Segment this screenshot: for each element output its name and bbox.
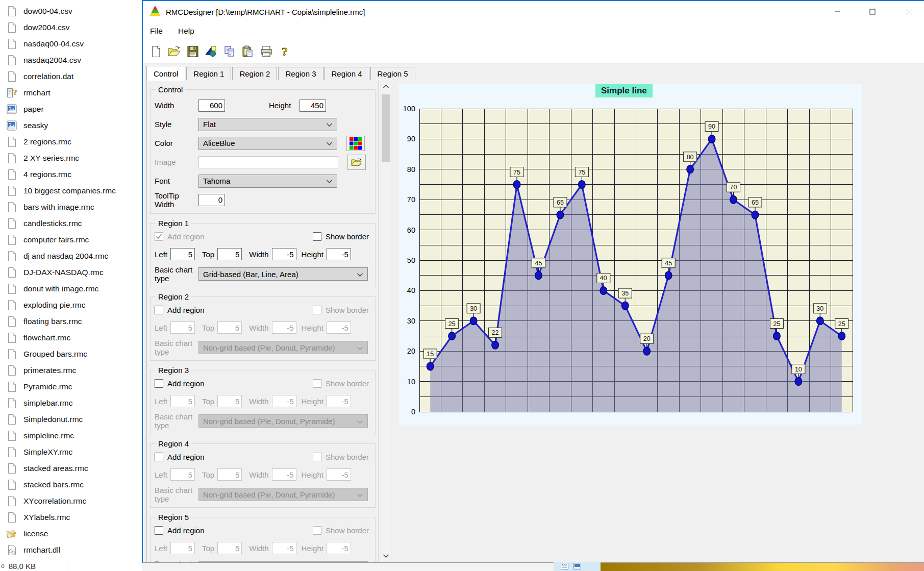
show-border-checkbox[interactable] <box>313 526 321 535</box>
region-left-input[interactable] <box>170 542 195 554</box>
region-top-input[interactable] <box>217 248 242 260</box>
region-left-input[interactable] <box>170 248 195 260</box>
show-border-checkbox[interactable] <box>313 379 321 388</box>
region-height-input[interactable] <box>327 542 351 554</box>
region-width-input[interactable] <box>272 395 296 407</box>
file-item[interactable]: bars with image.rmc <box>0 199 139 215</box>
show-border-checkbox[interactable] <box>313 306 321 314</box>
file-item[interactable]: paper <box>0 101 139 117</box>
file-item[interactable]: Grouped bars.rmc <box>0 346 139 362</box>
add-region-checkbox[interactable] <box>155 379 163 388</box>
file-item[interactable]: 4 regions.rmc <box>0 166 139 183</box>
region-top-input[interactable] <box>217 395 242 407</box>
file-item[interactable]: stacked areas.rmc <box>0 460 139 477</box>
file-item[interactable]: Pyramide.rmc <box>0 379 139 395</box>
save-file-button[interactable] <box>184 42 202 61</box>
scroll-up-arrow-icon[interactable] <box>381 82 391 90</box>
region-width-input[interactable] <box>272 542 296 554</box>
scrollbar-thumb[interactable] <box>382 94 390 162</box>
font-dropdown[interactable]: Tahoma <box>198 175 337 188</box>
file-item[interactable]: XYcorrelation.rmc <box>0 493 139 509</box>
control-height-input[interactable] <box>299 100 326 112</box>
panel-scrollbar[interactable] <box>381 80 391 563</box>
file-item[interactable]: SimpleXY.rmc <box>0 444 139 460</box>
color-dropdown[interactable]: AliceBlue <box>198 137 337 150</box>
file-item[interactable]: stacked bars.rmc <box>0 477 139 493</box>
new-file-button[interactable] <box>147 42 165 61</box>
tab-region-2[interactable]: Region 2 <box>232 67 277 80</box>
file-item[interactable]: dow00-04.csv <box>0 3 139 19</box>
basic-chart-type-dropdown[interactable]: Grid-based (Bar, Line, Area) <box>198 267 368 281</box>
control-width-input[interactable] <box>198 100 225 112</box>
region-height-input[interactable] <box>327 248 351 260</box>
close-button[interactable] <box>893 1 924 22</box>
color-palette-button[interactable] <box>346 136 365 151</box>
print-button[interactable] <box>257 42 276 61</box>
paste-button[interactable] <box>239 42 257 61</box>
open-file-button[interactable] <box>165 42 184 61</box>
file-item[interactable]: primerates.rmc <box>0 362 139 379</box>
basic-chart-type-dropdown[interactable]: Non-grid based (Pie, Donut, Pyramide) <box>198 414 368 428</box>
maximize-button[interactable] <box>857 1 888 22</box>
add-region-checkbox[interactable] <box>155 526 163 535</box>
menu-item-help[interactable]: Help <box>178 27 194 36</box>
tray-image-icon[interactable] <box>573 562 581 571</box>
style-dropdown[interactable]: Flat <box>198 118 337 131</box>
region-left-input[interactable] <box>170 395 195 407</box>
add-region-checkbox[interactable] <box>155 232 163 241</box>
tab-region-5[interactable]: Region 5 <box>370 67 415 80</box>
region-top-input[interactable] <box>217 321 242 334</box>
tab-control[interactable]: Control <box>146 66 185 81</box>
file-item[interactable]: dow2004.csv <box>0 19 139 36</box>
file-item[interactable]: floating bars.rmc <box>0 313 139 330</box>
taskbar-icons[interactable] <box>554 562 601 571</box>
add-region-checkbox[interactable] <box>155 306 163 314</box>
file-item[interactable]: license <box>0 526 139 542</box>
region-width-input[interactable] <box>272 468 296 481</box>
region-top-input[interactable] <box>217 542 242 554</box>
region-height-input[interactable] <box>327 395 351 407</box>
add-region-checkbox[interactable] <box>155 453 163 461</box>
file-item[interactable]: XYlabels.rmc <box>0 509 139 526</box>
region-height-input[interactable] <box>327 321 351 334</box>
file-item[interactable]: flowchart.rmc <box>0 330 139 346</box>
tray-window-icon[interactable] <box>561 562 568 571</box>
browse-folder-button[interactable] <box>347 155 366 170</box>
file-item[interactable]: simpleline.rmc <box>0 428 139 444</box>
file-item[interactable]: nasdaq2004.csv <box>0 52 139 68</box>
region-height-input[interactable] <box>327 468 351 481</box>
region-left-input[interactable] <box>170 321 195 334</box>
image-path-input[interactable] <box>198 156 338 168</box>
show-border-checkbox[interactable] <box>313 453 321 461</box>
tab-region-4[interactable]: Region 4 <box>324 67 369 80</box>
file-item[interactable]: 2 regions.rmc <box>0 134 139 150</box>
file-item[interactable]: seasky <box>0 117 139 134</box>
menu-item-file[interactable]: File <box>150 27 163 36</box>
region-width-input[interactable] <box>272 248 296 260</box>
chart-shapes-button[interactable] <box>202 42 220 61</box>
tab-region-3[interactable]: Region 3 <box>278 67 323 80</box>
basic-chart-type-dropdown[interactable]: Non-grid based (Pie, Donut, Pyramide) <box>198 341 368 354</box>
file-item[interactable]: Simpledonut.rmc <box>0 411 139 428</box>
minimize-button[interactable] <box>821 1 853 22</box>
file-item[interactable]: nasdaq00-04.csv <box>0 36 139 52</box>
file-item[interactable]: simplebar.rmc <box>0 395 139 411</box>
file-item[interactable]: donut with image.rmc <box>0 281 139 297</box>
show-border-checkbox[interactable] <box>313 232 321 241</box>
region-width-input[interactable] <box>272 321 296 334</box>
file-item[interactable]: exploding pie.rmc <box>0 297 139 313</box>
help-button[interactable]: ? <box>276 42 294 61</box>
tooltip-width-input[interactable] <box>198 194 225 206</box>
file-item[interactable]: 2 XY series.rmc <box>0 150 139 166</box>
region-left-input[interactable] <box>170 468 195 481</box>
file-item[interactable]: ?rmchart <box>0 85 139 101</box>
file-item[interactable]: DJ-DAX-NASDAQ.rmc <box>0 264 139 281</box>
file-item[interactable]: dj and nasdaq 2004.rmc <box>0 248 139 264</box>
copy-button[interactable] <box>220 42 239 61</box>
file-item[interactable]: 10 biggest companies.rmc <box>0 183 139 199</box>
file-item[interactable]: correlation.dat <box>0 68 139 85</box>
region-top-input[interactable] <box>217 468 242 481</box>
basic-chart-type-dropdown[interactable]: Non-grid based (Pie, Donut, Pyramide) <box>198 488 368 501</box>
file-item[interactable]: rmchart.dll <box>0 542 139 558</box>
scroll-down-arrow-icon[interactable] <box>381 552 391 560</box>
